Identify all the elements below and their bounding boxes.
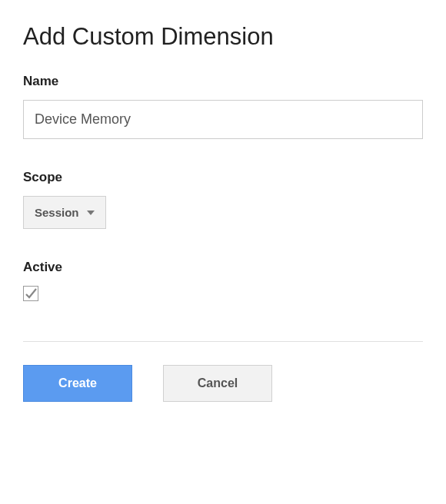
svg-marker-0 xyxy=(87,211,95,215)
page-title: Add Custom Dimension xyxy=(23,23,423,51)
name-input[interactable] xyxy=(23,100,423,139)
active-checkbox[interactable] xyxy=(23,286,38,301)
button-row: Create Cancel xyxy=(23,365,423,402)
cancel-button[interactable]: Cancel xyxy=(163,365,272,402)
name-label: Name xyxy=(23,74,423,89)
scope-selected-value: Session xyxy=(35,206,79,219)
scope-dropdown[interactable]: Session xyxy=(23,196,106,229)
scope-field-group: Scope Session xyxy=(23,170,423,229)
chevron-down-icon xyxy=(87,211,95,215)
scope-label: Scope xyxy=(23,170,423,185)
active-field-group: Active xyxy=(23,260,423,303)
check-icon xyxy=(25,287,37,300)
name-field-group: Name xyxy=(23,74,423,139)
active-label: Active xyxy=(23,260,423,275)
create-button[interactable]: Create xyxy=(23,365,132,402)
divider xyxy=(23,341,423,342)
